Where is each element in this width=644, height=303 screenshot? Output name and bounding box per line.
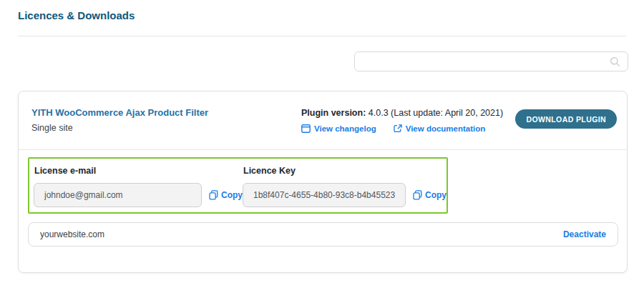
copy-key-label: Copy	[425, 190, 447, 200]
view-changelog-label: View changelog	[314, 124, 376, 133]
license-type-label: Single site	[31, 123, 301, 133]
copy-key-link[interactable]: Copy	[413, 190, 447, 200]
activated-site-row: yourwebsite.com Deactivate	[28, 222, 618, 247]
license-key-row: Copy	[243, 183, 447, 207]
copy-email-link[interactable]: Copy	[209, 190, 243, 200]
external-link-icon	[394, 124, 402, 133]
title-divider	[18, 36, 626, 36]
license-email-label: License e-mail	[34, 166, 243, 176]
search-box[interactable]	[354, 51, 628, 71]
plugin-name-link[interactable]: YITH WooCommerce Ajax Product Filter	[31, 107, 301, 118]
plugin-info: YITH WooCommerce Ajax Product Filter Sin…	[31, 107, 301, 133]
plugin-license-card: YITH WooCommerce Ajax Product Filter Sin…	[18, 91, 628, 273]
search-icon	[610, 56, 620, 67]
view-changelog-link[interactable]: View changelog	[301, 124, 376, 133]
site-name: yourwebsite.com	[40, 229, 104, 239]
license-email-row: Copy	[34, 183, 243, 207]
doc-links: View changelog View documentation	[301, 124, 515, 133]
plugin-card-body: License e-mail Copy	[19, 149, 627, 247]
license-details-highlight-box: License e-mail Copy	[28, 157, 448, 214]
view-documentation-link[interactable]: View documentation	[394, 124, 486, 133]
plugin-version-line: Plugin version: 4.0.3 (Last update: Apri…	[301, 108, 515, 118]
copy-icon	[413, 190, 422, 200]
search-input[interactable]	[355, 56, 610, 66]
deactivate-link[interactable]: Deactivate	[563, 229, 606, 239]
changelog-icon	[301, 124, 311, 133]
license-key-group: Licence Key Copy	[243, 164, 447, 207]
download-plugin-button[interactable]: DOWNLOAD PLUGIN	[515, 109, 617, 129]
version-label: Plugin version:	[301, 108, 366, 118]
last-update-text: (Last update: April 20, 2021)	[391, 108, 503, 118]
copy-icon	[209, 190, 218, 200]
licences-downloads-page: Licences & Downloads YITH WooCommerce Aj…	[0, 0, 644, 303]
page-title: Licences & Downloads	[18, 9, 135, 21]
license-key-field[interactable]	[243, 183, 406, 207]
version-value: 4.0.3	[369, 108, 389, 118]
license-email-field[interactable]	[34, 183, 202, 207]
license-key-label: Licence Key	[243, 166, 447, 176]
version-info: Plugin version: 4.0.3 (Last update: Apri…	[301, 107, 515, 133]
view-documentation-label: View documentation	[406, 124, 486, 133]
plugin-card-header: YITH WooCommerce Ajax Product Filter Sin…	[19, 91, 627, 149]
copy-email-label: Copy	[221, 190, 243, 200]
license-email-group: License e-mail Copy	[34, 164, 243, 207]
